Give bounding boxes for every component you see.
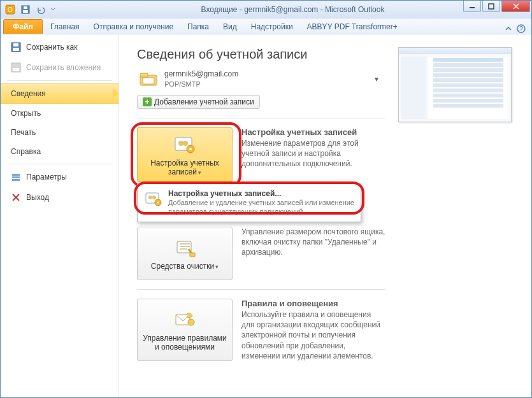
svg-rect-12 (13, 48, 19, 51)
account-settings-button[interactable]: Настройка учетных записей▾ (137, 127, 233, 182)
svg-rect-17 (12, 176, 20, 178)
chevron-down-icon: ▾ (375, 75, 384, 83)
nav-label: Справка (11, 147, 41, 156)
print-preview-thumbnail (398, 47, 512, 122)
dropdown-item-account-settings[interactable]: Настройка учетных записей... Добавление … (139, 185, 359, 220)
close-button[interactable] (501, 1, 530, 12)
save-attachments-icon (11, 62, 21, 73)
nav-label: Сведения (11, 89, 46, 98)
tab-home[interactable]: Главная (44, 20, 86, 34)
section-title: Настройка учетных записей (241, 127, 385, 137)
nav-help[interactable]: Справка (1, 142, 119, 161)
nav-label: Сохранить вложения (26, 63, 101, 72)
backstage-content: Сведения об учетной записи germnik5@gmai… (119, 34, 531, 397)
button-label: Управление правилами и оповещениями (141, 334, 228, 352)
account-settings-icon (173, 133, 196, 156)
exit-icon (11, 192, 21, 203)
svg-point-31 (152, 195, 156, 199)
svg-point-33 (157, 202, 159, 204)
rules-alerts-icon (173, 308, 196, 331)
svg-point-25 (178, 141, 183, 146)
qat-save-icon[interactable] (18, 3, 32, 16)
dropdown-item-desc: Добавление и удаление учетных записей ил… (168, 198, 354, 217)
section-body: Управление размером почтового ящика, вкл… (241, 227, 385, 258)
tab-abbyy[interactable]: ABBYY PDF Transformer+ (301, 20, 404, 34)
cleanup-tools-icon (173, 236, 196, 259)
qat-undo-icon[interactable] (34, 3, 48, 16)
plus-icon: + (143, 97, 152, 106)
nav-print[interactable]: Печать (1, 123, 119, 142)
tab-folder[interactable]: Папка (181, 20, 215, 34)
svg-rect-16 (12, 174, 20, 176)
nav-label: Сохранить как (26, 43, 77, 52)
nav-label: Печать (11, 128, 36, 137)
nav-save-as[interactable]: Сохранить как (1, 37, 119, 57)
qat-customize-icon[interactable] (49, 3, 57, 16)
account-email: germnik5@gmail.com (164, 69, 370, 80)
nav-info[interactable]: Сведения (1, 83, 119, 104)
svg-point-30 (148, 195, 152, 199)
section-body: Используйте правила и оповещения для орг… (241, 309, 385, 361)
outlook-app-icon[interactable]: O (3, 3, 17, 16)
svg-rect-23 (143, 78, 154, 84)
tab-addins[interactable]: Надстройки (245, 20, 299, 34)
button-label: Настройка учетных записей (150, 159, 219, 176)
minimize-button[interactable] (463, 1, 481, 12)
dropdown-item-title: Настройка учетных записей... (168, 189, 354, 198)
options-icon (11, 172, 21, 182)
section-title: Правила и оповещения (241, 299, 385, 308)
svg-rect-13 (13, 43, 18, 46)
nav-label: Выход (26, 193, 49, 202)
tab-view[interactable]: Вид (217, 20, 243, 34)
button-label: Средства очистки (151, 262, 214, 271)
svg-point-37 (188, 319, 194, 325)
nav-save-attachments: Сохранить вложения (1, 57, 119, 78)
ribbon-minimize-icon[interactable] (503, 24, 514, 34)
svg-rect-4 (24, 6, 27, 9)
svg-text:O: O (8, 6, 13, 13)
maximize-button[interactable] (482, 1, 500, 12)
nav-exit[interactable]: Выход (1, 187, 119, 208)
svg-point-26 (183, 141, 188, 146)
page-title: Сведения об учетной записи (137, 47, 385, 62)
nav-label: Параметры (26, 173, 67, 181)
nav-options[interactable]: Параметры (1, 167, 119, 187)
account-type: POP/SMTP (164, 80, 370, 89)
save-as-icon (11, 42, 21, 52)
svg-point-28 (189, 148, 192, 150)
account-settings-small-icon (144, 189, 163, 208)
add-account-label: Добавление учетной записи (154, 97, 254, 106)
account-folder-icon (139, 69, 159, 89)
nav-label: Открыть (11, 109, 41, 118)
backstage-nav: Сохранить как Сохранить вложения Сведени… (1, 34, 119, 397)
add-account-button[interactable]: + Добавление учетной записи (137, 95, 260, 109)
nav-open[interactable]: Открыть (1, 104, 119, 123)
ribbon-tabs: Файл Главная Отправка и получение Папка … (1, 18, 531, 34)
tab-send-receive[interactable]: Отправка и получение (87, 20, 180, 34)
account-settings-dropdown: Настройка учетных записей... Добавление … (137, 183, 361, 222)
rules-alerts-button[interactable]: Управление правилами и оповещениями (137, 299, 233, 361)
svg-rect-6 (489, 4, 494, 9)
svg-rect-35 (190, 253, 195, 257)
svg-rect-18 (12, 179, 20, 181)
svg-text:?: ? (519, 25, 523, 32)
svg-rect-3 (23, 10, 28, 13)
help-icon[interactable]: ? (516, 24, 526, 34)
title-bar: O Входящие - germnik5@gmail.com - Micros… (1, 1, 531, 18)
account-selector[interactable]: germnik5@gmail.com POP/SMTP ▾ (137, 67, 385, 91)
window-title: Входящие - germnik5@gmail.com - Microsof… (57, 5, 529, 14)
svg-rect-15 (13, 68, 19, 71)
tab-file[interactable]: Файл (3, 19, 43, 34)
section-body: Изменение параметров для этой учетной за… (241, 138, 385, 169)
cleanup-tools-button[interactable]: Средства очистки▾ (137, 227, 233, 280)
svg-rect-22 (140, 73, 148, 77)
